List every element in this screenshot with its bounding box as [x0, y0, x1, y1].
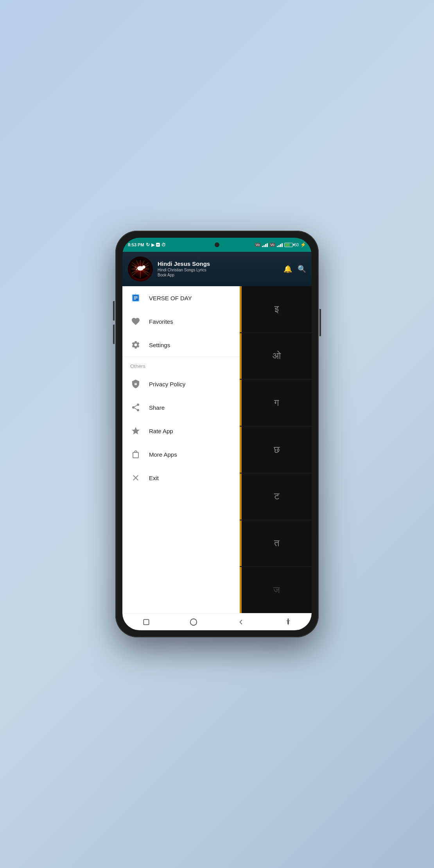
media-icon: ▶ [151, 242, 154, 247]
category-item-6[interactable]: ज [240, 567, 312, 613]
song-categories-list: इ ओ ग छ ट त ज [240, 286, 312, 613]
close-icon [130, 472, 141, 483]
menu-item-share[interactable]: Share [122, 396, 240, 419]
svg-rect-30 [143, 619, 149, 624]
app-subtitle-2: Book App [158, 273, 210, 278]
category-item-3[interactable]: छ [240, 427, 312, 473]
menu-item-favorites[interactable]: Favorites [122, 310, 240, 333]
power-button[interactable] [319, 309, 321, 336]
square-icon [142, 618, 150, 626]
search-icon[interactable]: 🔍 [298, 265, 306, 273]
category-char-1: ओ [273, 351, 281, 361]
svg-point-24 [135, 382, 136, 384]
status-indicators: Vo Vo 50 ⚡ [255, 242, 306, 247]
accessibility-icon [284, 618, 292, 626]
signal-bars-2 [277, 242, 283, 247]
app-logo [128, 256, 153, 282]
accessibility-button[interactable] [281, 615, 295, 629]
home-button[interactable] [187, 615, 201, 629]
category-item-2[interactable]: ग [240, 380, 312, 426]
dove-icon [131, 259, 150, 279]
menu-item-privacy-policy[interactable]: Privacy Policy [122, 372, 240, 396]
back-button[interactable] [234, 615, 248, 629]
menu-label-exit: Exit [149, 475, 159, 481]
svg-point-32 [287, 618, 289, 620]
category-char-2: ग [274, 398, 279, 408]
app-title-group: Hindi Jesus Songs Hindi Christian Songs … [158, 260, 210, 278]
circle-icon [189, 618, 198, 626]
clock-icon: ⏱ [161, 242, 166, 247]
app-header-right: 🔔 🔍 [283, 265, 306, 273]
svg-rect-23 [135, 383, 137, 385]
menu-label-privacy-policy: Privacy Policy [149, 381, 185, 387]
svg-point-31 [190, 619, 197, 625]
gear-icon [130, 339, 141, 350]
menu-label-favorites: Favorites [149, 318, 173, 325]
phone-screen: 8:53 PM ↻ ▶ ▪▪ ⏱ Vo Vo [122, 238, 312, 630]
menu-item-settings[interactable]: Settings [122, 333, 240, 357]
category-char-5: त [274, 538, 280, 549]
book-icon [130, 292, 141, 303]
sync-icon: ↻ [146, 242, 150, 247]
charging-icon: ⚡ [300, 242, 306, 247]
status-bar: 8:53 PM ↻ ▶ ▪▪ ⏱ Vo Vo [122, 238, 312, 252]
bottom-navigation [122, 613, 312, 630]
menu-item-more-apps[interactable]: More Apps [122, 443, 240, 466]
menu-label-verse-of-day: VERSE OF DAY [149, 295, 192, 301]
app-title: Hindi Jesus Songs [158, 260, 210, 267]
status-time: 8:53 PM ↻ ▶ ▪▪ ⏱ [128, 242, 166, 247]
volte-icon: Vo [255, 243, 261, 247]
menu-label-settings: Settings [149, 342, 170, 348]
app-header: Hindi Jesus Songs Hindi Christian Songs … [122, 252, 312, 286]
app-header-left: Hindi Jesus Songs Hindi Christian Songs … [128, 256, 210, 282]
category-item-0[interactable]: इ [240, 286, 312, 332]
volume-up-button[interactable] [113, 301, 115, 321]
phone-device: 8:53 PM ↻ ▶ ▪▪ ⏱ Vo Vo [115, 231, 319, 637]
battery-icon [284, 243, 293, 247]
category-char-6: ज [273, 585, 280, 595]
category-item-1[interactable]: ओ [240, 333, 312, 379]
back-icon [237, 618, 245, 626]
category-char-4: ट [274, 491, 280, 502]
signal-bars-1 [262, 242, 268, 247]
recent-apps-button[interactable] [139, 615, 153, 629]
star-icon [130, 425, 141, 436]
battery-percent: 50 [294, 243, 299, 247]
category-item-4[interactable]: ट [240, 473, 312, 520]
menu-item-verse-of-day[interactable]: VERSE OF DAY [122, 286, 240, 310]
svg-point-25 [137, 404, 139, 406]
notification-icon: ▪▪ [156, 243, 160, 247]
menu-label-rate-app: Rate App [149, 428, 173, 434]
screen-content: VERSE OF DAY Favorites [122, 286, 312, 613]
svg-point-16 [142, 265, 145, 269]
app-subtitle-1: Hindi Christian Songs Lyrics [158, 267, 210, 273]
svg-point-27 [137, 409, 139, 411]
share-icon [130, 402, 141, 413]
navigation-drawer: VERSE OF DAY Favorites [122, 286, 240, 613]
menu-item-rate-app[interactable]: Rate App [122, 419, 240, 443]
svg-point-26 [132, 406, 135, 409]
bell-icon[interactable]: 🔔 [283, 265, 292, 273]
menu-label-share: Share [149, 404, 165, 411]
front-camera [215, 242, 219, 247]
svg-line-28 [135, 408, 137, 410]
volte-icon-2: Vo [269, 243, 275, 247]
category-item-5[interactable]: त [240, 520, 312, 567]
volume-down-button[interactable] [113, 325, 115, 344]
category-char-0: इ [274, 304, 279, 314]
menu-label-more-apps: More Apps [149, 451, 177, 458]
others-section-header: Others [122, 357, 240, 372]
menu-item-exit[interactable]: Exit [122, 466, 240, 490]
privacy-icon [130, 378, 141, 389]
svg-line-29 [135, 405, 137, 407]
heart-icon [130, 316, 141, 327]
category-char-3: छ [274, 445, 280, 455]
shopping-bag-icon [130, 449, 141, 460]
